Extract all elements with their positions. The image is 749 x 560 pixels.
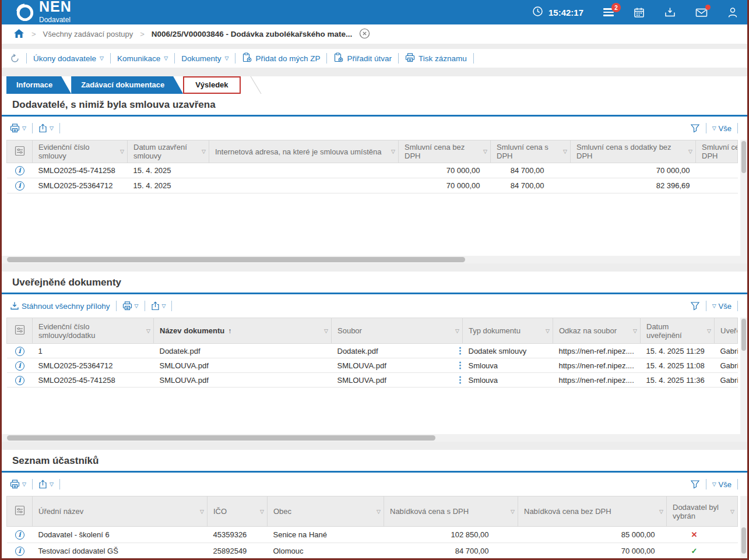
column-settings-icon[interactable] [7,140,33,163]
filter-icon[interactable] [690,124,700,133]
menu-ukony-dodavatele[interactable]: Úkony dodavatele▽ [33,54,104,63]
table-row[interactable]: i SMLO2025-25364712 15. 4. 2025 70 000,0… [7,178,738,193]
vertical-scrollbar[interactable] [740,496,747,560]
file-link[interactable]: https://nen-ref.nipez.... [553,358,641,373]
tab-vysledek[interactable]: Výsledek [183,76,240,94]
scrollbar-thumb[interactable] [741,319,746,351]
column-filter-icon[interactable]: ▽ [511,509,515,515]
print-grid-button[interactable]: ▽ [10,480,26,489]
close-record-icon[interactable] [359,28,370,41]
horizontal-scrollbar[interactable] [2,256,740,263]
download-all-attachments-button[interactable]: Stáhnout všechny přílohy [10,301,110,311]
column-header[interactable]: Dodavatel byl vybrán▽ [667,496,738,527]
notifications-menu-icon[interactable]: 2 [603,8,614,16]
column-filter-icon[interactable]: ▽ [730,509,734,515]
print-grid-button[interactable]: ▽ [10,124,26,133]
show-all-selector[interactable]: ▽Vše [712,480,732,489]
downloads-icon[interactable] [664,7,676,17]
column-filter-icon[interactable]: ▽ [659,509,663,515]
user-profile-icon[interactable] [727,7,738,18]
column-header[interactable]: Nabídková cena bez DPH▽ [518,496,667,527]
file-link[interactable]: https://nen-ref.nipez.... [553,344,641,358]
refresh-icon[interactable] [10,54,20,64]
menu-komunikace[interactable]: Komunikace▽ [117,54,168,63]
column-header[interactable]: Typ dokumentu▽ [463,318,553,344]
table-row[interactable]: i SMLO2025-25364712 SMLOUVA.pdf SMLOUVA.… [7,358,738,373]
column-filter-icon[interactable]: ▽ [200,509,204,515]
show-all-selector[interactable]: ▽Vše [712,124,732,133]
column-header[interactable]: Obec▽ [268,496,384,527]
tab-informace[interactable]: Informace [6,76,71,94]
messages-icon[interactable] [695,8,708,17]
column-header[interactable]: Smluvní cena s dodatky s DPH [696,140,738,163]
column-header[interactable]: Úřední název▽ [33,496,208,527]
table-row[interactable]: i Testovací dodavatel GŠ 25892549 Olomou… [7,543,738,559]
column-header[interactable]: Název dokumentu↑▽ [154,318,332,344]
assign-unit-button[interactable]: Přiřadit útvar [333,52,392,64]
column-header[interactable]: Smluvní cena bez DPH▽ [399,140,491,163]
print-record-button[interactable]: Tisk záznamu [405,53,467,64]
info-icon[interactable]: i [15,547,24,556]
row-menu-icon[interactable] [459,347,461,355]
row-menu-icon[interactable] [459,362,461,369]
column-settings-icon[interactable] [7,318,33,344]
column-settings-icon[interactable] [7,496,33,527]
table-row[interactable]: i 1 Dodatek.pdf Dodatek.pdf Dodatek smlo… [7,344,738,358]
home-icon[interactable] [13,29,24,40]
filter-icon[interactable] [690,480,700,489]
column-header[interactable]: Smluvní cena s dodatky bez DPH▽ [571,140,696,163]
table-row[interactable]: i Dodavatel - školení 6 45359326 Senice … [7,527,738,543]
column-header[interactable]: Soubor▽ [332,318,463,344]
column-header[interactable]: IČO▽ [208,496,268,527]
file-link[interactable]: https://nen-ref.nipez.... [553,373,641,388]
column-header[interactable]: Evidenční číslo smlouvy/dodatku▽ [33,318,154,344]
filter-icon[interactable] [690,301,700,311]
column-filter-icon[interactable]: ▽ [633,328,637,334]
column-filter-icon[interactable]: ▽ [707,328,711,334]
export-grid-button[interactable]: ▽ [151,301,166,311]
nen-logo[interactable]: NEN Dodavatel [15,0,72,24]
column-filter-icon[interactable]: ▽ [120,149,124,154]
column-filter-icon[interactable]: ▽ [563,149,567,154]
breadcrumb-parent[interactable]: Všechny zadávací postupy [43,30,133,38]
add-to-my-zp-button[interactable]: Přidat do mých ZP [242,52,320,64]
column-filter-icon[interactable]: ▽ [391,149,395,154]
scrollbar-thumb[interactable] [741,527,746,554]
column-filter-icon[interactable]: ▽ [483,149,487,154]
column-filter-icon[interactable]: ▽ [146,328,150,334]
info-icon[interactable]: i [15,361,24,371]
column-filter-icon[interactable]: ▽ [202,149,206,154]
column-header[interactable]: Internetová adresa, na které je smlouva … [209,140,399,163]
scrollbar-thumb[interactable] [7,257,465,262]
horizontal-scrollbar[interactable] [2,434,740,442]
row-menu-icon[interactable] [459,376,461,384]
scrollbar-thumb[interactable] [7,435,435,441]
print-grid-button[interactable]: ▽ [122,301,139,311]
scrollbar-thumb[interactable] [741,141,746,173]
column-header[interactable]: Evidenční číslo smlouvy▽ [33,140,128,163]
calendar-icon[interactable] [634,7,645,18]
menu-dokumenty[interactable]: Dokumenty▽ [181,54,228,63]
info-icon[interactable]: i [15,166,24,175]
column-header[interactable]: Uveřejnil [715,318,738,344]
table-row[interactable]: i SMLO2025-45-741258 SMLOUVA.pdf SMLOUVA… [7,373,738,388]
column-filter-icon[interactable]: ▽ [377,509,381,515]
column-header[interactable]: Smluvní cena s DPH▽ [491,140,571,163]
column-filter-icon[interactable]: ▽ [546,328,550,334]
column-filter-icon[interactable]: ▽ [324,328,328,334]
tab-zadavaci-dokumentace[interactable]: Zadávací dokumentace [71,76,183,94]
show-all-selector[interactable]: ▽Vše [712,302,732,311]
table-row[interactable]: i SMLO2025-45-741258 15. 4. 2025 70 000,… [7,163,738,178]
info-icon[interactable]: i [15,181,24,191]
export-grid-button[interactable]: ▽ [38,124,54,133]
info-icon[interactable]: i [15,530,24,540]
column-filter-icon[interactable]: ▽ [688,149,692,154]
info-icon[interactable]: i [15,347,24,356]
column-filter-icon[interactable]: ▽ [455,328,459,334]
column-header[interactable]: Datum uzavření smlouvy▽ [128,140,209,163]
column-filter-icon[interactable]: ▽ [260,509,264,515]
column-header[interactable]: Datum uveřejnění▽ [641,318,715,344]
column-header[interactable]: Nabídková cena s DPH▽ [384,496,518,527]
info-icon[interactable]: i [15,376,24,385]
vertical-scrollbar[interactable] [740,318,747,442]
